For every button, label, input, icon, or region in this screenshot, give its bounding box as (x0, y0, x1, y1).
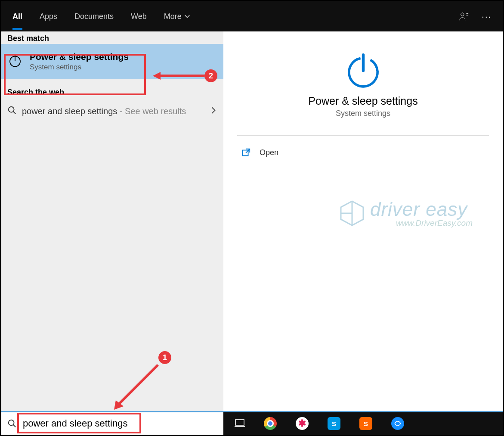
search-icon (7, 419, 17, 428)
web-result[interactable]: power and sleep settings - See web resul… (1, 98, 223, 125)
search-web-heading: Search the web (1, 85, 223, 98)
chevron-right-icon[interactable] (210, 106, 217, 116)
search-icon (7, 106, 17, 117)
svg-line-16 (13, 425, 16, 427)
annotation-badge-2: 2 (204, 69, 217, 82)
taskbar: ✱ S S (1, 411, 503, 435)
svg-point-0 (461, 13, 464, 16)
tab-documents[interactable]: Documents (74, 3, 114, 30)
tab-all[interactable]: All (12, 3, 22, 30)
more-options-icon[interactable]: ··· (482, 12, 492, 22)
slack-icon[interactable]: ✱ (296, 417, 309, 430)
search-input[interactable] (23, 418, 219, 429)
drivereasy-logo-icon (338, 199, 366, 227)
system-tray: ✱ S S (223, 412, 503, 435)
chevron-down-icon (184, 13, 190, 19)
battlenet-icon[interactable] (391, 417, 404, 430)
preview-title: Power & sleep settings (223, 95, 503, 107)
power-icon-large (223, 51, 503, 92)
web-result-text: power and sleep settings - See web resul… (22, 106, 204, 116)
results-pane: Best match Power & sleep settings System… (1, 31, 223, 411)
power-icon (7, 53, 23, 70)
chrome-icon[interactable] (264, 417, 277, 430)
tab-web[interactable]: Web (131, 3, 147, 30)
snagit-editor-icon[interactable]: S (328, 417, 340, 430)
feedback-icon[interactable] (459, 12, 469, 21)
annotation-badge-1: 1 (158, 351, 171, 364)
watermark: driver easy www.DriverEasy.com (338, 199, 473, 228)
open-icon (241, 148, 251, 157)
best-match-title: Power & sleep settings (30, 52, 129, 62)
svg-point-15 (9, 420, 14, 426)
task-view-icon[interactable] (235, 417, 245, 430)
preview-subtitle: System settings (223, 109, 503, 118)
search-header: All Apps Documents Web More ··· (1, 1, 503, 31)
annotation-arrow-1 (111, 362, 163, 416)
svg-line-4 (13, 112, 16, 114)
tab-apps[interactable]: Apps (40, 3, 57, 30)
tab-more[interactable]: More (164, 3, 190, 30)
best-match-heading: Best match (1, 31, 223, 44)
snagit-capture-icon[interactable]: S (359, 417, 372, 430)
svg-point-3 (9, 107, 14, 112)
svg-rect-17 (235, 420, 244, 425)
best-match-subtitle: System settings (30, 63, 129, 72)
svg-line-13 (117, 365, 158, 405)
open-action[interactable]: Open (223, 136, 503, 169)
annotation-arrow-2 (153, 69, 204, 84)
svg-marker-12 (153, 72, 161, 80)
